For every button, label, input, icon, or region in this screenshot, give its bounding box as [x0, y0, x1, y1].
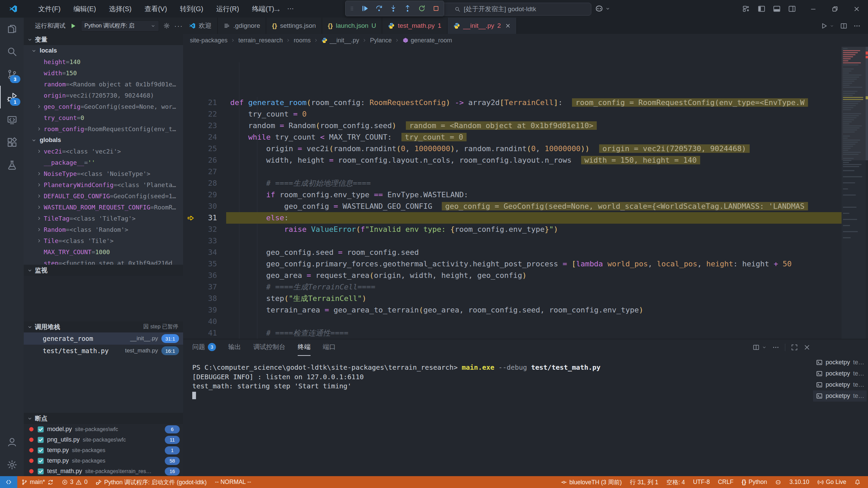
statusbar-indentation[interactable]: 空格: 4 [662, 476, 689, 488]
step-into-button[interactable] [390, 5, 397, 12]
chevron-down-icon[interactable] [762, 345, 767, 350]
breakpoint-checkbox[interactable] [37, 436, 44, 443]
debug-config-select[interactable]: Python 调试程序: 启 [81, 20, 159, 32]
menu-item-v[interactable]: 查看(V) [138, 4, 174, 14]
code-line[interactable]: 27 [183, 166, 842, 178]
split-editor-button[interactable] [840, 22, 847, 29]
customize-layout-icon[interactable] [743, 5, 750, 13]
breakpoint-row[interactable]: model.pysite-packages\wfc6 [24, 424, 183, 434]
terminal-instance[interactable]: pocketpyte… [813, 379, 867, 390]
statusbar-vim-mode[interactable]: -- NORMAL -- [211, 476, 255, 488]
toggle-panel-icon[interactable] [773, 5, 781, 13]
variable-row[interactable]: WASTELAND_ROOM_REQUEST_CONFIG = RoomR… [24, 202, 183, 213]
variable-row[interactable]: try_count = 0 [24, 112, 183, 123]
variable-row[interactable]: height = 140 [24, 56, 183, 67]
variable-row[interactable]: PlanetaryWindConfig = <class 'Planeta… [24, 179, 183, 190]
panel-tab-输出[interactable]: 输出 [228, 339, 241, 356]
remote-indicator[interactable] [0, 476, 17, 488]
code-line[interactable]: 31 else: [183, 212, 842, 224]
panel-tab-调试控制台[interactable]: 调试控制台 [253, 339, 285, 356]
menu-item-[interactable]: ··· [281, 4, 300, 14]
breadcrumb-item[interactable]: terrain_research [238, 37, 283, 44]
tab-[interactable]: 欢迎 [183, 18, 218, 34]
menu-item-f[interactable]: 文件(F) [32, 4, 67, 14]
nav-forward-icon[interactable]: → [273, 4, 281, 14]
variable-row[interactable]: width = 150 [24, 67, 183, 79]
activity-explorer[interactable] [0, 18, 24, 40]
menu-item-e[interactable]: 编辑(E) [67, 4, 103, 14]
minimize-button[interactable] [802, 0, 824, 18]
statusbar-cursor-position[interactable]: 行 31, 列 1 [626, 476, 663, 488]
more-actions-icon[interactable] [772, 344, 779, 351]
terminal-instance[interactable]: pocketpyte… [813, 390, 867, 402]
close-window-button[interactable] [846, 0, 867, 18]
variable-scope-locals[interactable]: locals [24, 45, 183, 56]
code-line[interactable]: 37 # ====生成TerrainCell==== [183, 281, 842, 293]
variable-row[interactable]: __package__ = '' [24, 157, 183, 168]
breakpoint-checkbox[interactable] [37, 426, 44, 433]
tab-__init__.py[interactable]: __init__.py2 [448, 18, 517, 34]
code-line[interactable]: 36 geo_area = request_area(origin, width… [183, 270, 842, 281]
toggle-primary-sidebar-icon[interactable] [758, 5, 765, 13]
activity-settings[interactable] [0, 453, 24, 476]
code-line[interactable]: 35 geo_config.primary_forces.geothermal_… [183, 258, 842, 270]
statusbar-problems[interactable]: 30 [58, 476, 92, 488]
code-line[interactable]: 34 geo_config.seed = room_config.seed [183, 247, 842, 258]
statusbar-notifications[interactable] [850, 476, 865, 488]
callstack-frame[interactable]: generate_room__init__.py31:1 [24, 332, 183, 345]
toggle-secondary-sidebar-icon[interactable] [788, 5, 796, 13]
variables-section-header[interactable]: 变量 [24, 34, 183, 45]
tab-.gdignore[interactable]: .gdignore [218, 18, 266, 34]
statusbar-python-version[interactable]: 3.10.10 [785, 476, 813, 488]
configure-gear-icon[interactable] [163, 22, 170, 29]
step-over-button[interactable] [375, 5, 383, 12]
code-line[interactable]: 23 random = Random(room_config.seed)rand… [183, 120, 842, 131]
debug-toolbar-drag-handle[interactable] [350, 5, 354, 12]
statusbar-language-mode[interactable]: {}Python [737, 476, 771, 488]
watch-section-header[interactable]: 监视 [24, 265, 183, 276]
variable-row[interactable]: vec2i = <class 'vec2i'> [24, 146, 183, 157]
code-line[interactable]: 38 step("生成TerrainCell") [183, 293, 842, 304]
minimap[interactable] [842, 47, 866, 339]
variable-row[interactable]: origin = vec2i(7205730, 9024468) [24, 90, 183, 101]
breadcrumb-item[interactable]: rooms [294, 37, 311, 44]
terminal-output[interactable]: PS C:\computer_science\godot-ldtk\site-p… [192, 363, 807, 400]
terminal-instance[interactable]: pocketpyte… [813, 368, 867, 379]
variable-row[interactable]: Tile = <class 'Tile'> [24, 235, 183, 246]
variable-row[interactable]: Random = <class 'Random'> [24, 224, 183, 235]
variable-row[interactable]: step = <function step at 0x1bf9ad216d [24, 258, 183, 265]
tab-test_math.py[interactable]: test_math.py1 [382, 18, 447, 34]
menu-item-s[interactable]: 选择(S) [102, 4, 138, 14]
breakpoint-checkbox[interactable] [37, 468, 44, 475]
callstack-frame[interactable]: test/test_math.pytest_math.py16:1 [24, 345, 183, 357]
statusbar-debug-status[interactable]: Python 调试程序: 启动文件 (godot-ldtk) [92, 476, 211, 488]
maximize-panel-button[interactable] [791, 344, 798, 351]
start-debugging-button[interactable] [70, 22, 77, 29]
continue-button[interactable] [361, 5, 369, 12]
step-out-button[interactable] [404, 5, 411, 12]
panel-tab-问题[interactable]: 问题3 [192, 339, 216, 356]
variable-row[interactable]: random = <Random object at 0x1bf9d01e… [24, 79, 183, 90]
code-line[interactable]: 33 [183, 235, 842, 247]
variable-row[interactable]: DEFAULT_GEO_CONFIG = GeoConfig(seed=1… [24, 190, 183, 202]
tab-launch.json[interactable]: {}launch.jsonU [322, 18, 382, 34]
breadcrumb-item[interactable]: Pylance [370, 37, 392, 44]
activity-run-and-debug[interactable]: 1 [0, 86, 24, 108]
code-line[interactable]: 28 # ====生成初始地理信息==== [183, 178, 842, 189]
statusbar-go-live[interactable]: Go Live [813, 476, 850, 488]
breakpoints-section-header[interactable]: 断点 [24, 413, 183, 424]
variable-row[interactable]: geo_config = GeoConfig(seed=None, wor… [24, 101, 183, 112]
breadcrumb-item[interactable]: generate_room [402, 37, 452, 44]
chevron-down-icon[interactable] [830, 24, 834, 28]
code-editor[interactable]: 21def generate_room(room_config: RoomReq… [183, 47, 842, 339]
breakpoint-row[interactable]: test_math.pysite-packages\terrain_res…16 [24, 466, 183, 476]
close-panel-button[interactable] [804, 344, 810, 351]
statusbar-encoding[interactable]: UTF-8 [689, 476, 714, 488]
breadcrumb-item[interactable]: site-packages [190, 37, 228, 44]
code-line[interactable]: 24 while try_count < MAX_TRY_COUNT:try_c… [183, 131, 842, 143]
statusbar-git-commit[interactable]: blueloveTH (3 周前) [557, 476, 626, 488]
code-line[interactable]: 40 [183, 316, 842, 327]
breakpoint-row[interactable]: png_utils.pysite-packages\wfc11 [24, 434, 183, 445]
code-line[interactable]: 32 raise ValueError(f"Invalid env type: … [183, 224, 842, 235]
close-tab-icon[interactable] [505, 23, 511, 28]
